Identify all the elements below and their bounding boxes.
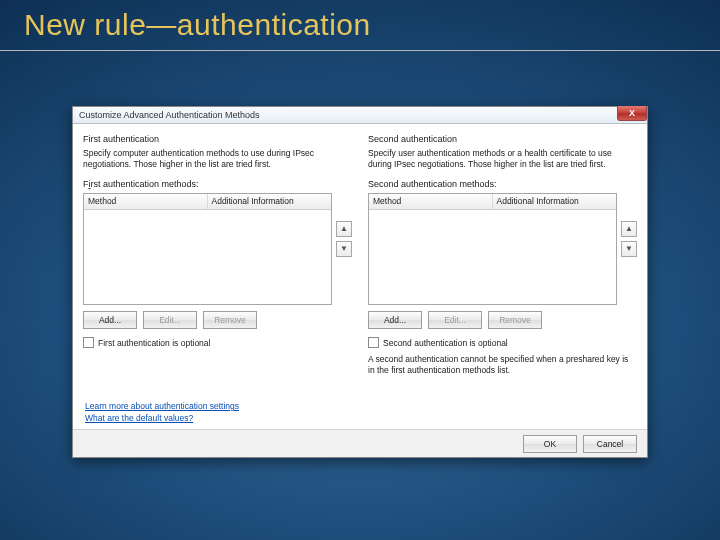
first-auth-list-label: First authentication methods: xyxy=(83,179,352,189)
move-up-button-2[interactable]: ▲ xyxy=(621,221,637,237)
dialog-footer: OK Cancel xyxy=(73,429,647,457)
up-arrow-icon: ▲ xyxy=(340,224,348,233)
move-down-button[interactable]: ▼ xyxy=(336,241,352,257)
first-auth-col-method[interactable]: Method xyxy=(84,194,208,209)
dialog-body: First authentication Specify computer au… xyxy=(73,124,647,424)
second-edit-button[interactable]: Edit... xyxy=(428,311,482,329)
move-up-button[interactable]: ▲ xyxy=(336,221,352,237)
slide-title: New rule—authentication xyxy=(24,8,371,42)
first-auth-reorder: ▲ ▼ xyxy=(336,193,352,305)
second-auth-note: A second authentication cannot be specif… xyxy=(368,354,637,375)
second-auth-col-method[interactable]: Method xyxy=(369,194,493,209)
second-remove-button[interactable]: Remove xyxy=(488,311,542,329)
first-auth-buttons: Add... Edit... Remove xyxy=(83,311,352,329)
first-auth-col-addl[interactable]: Additional Information xyxy=(208,194,332,209)
second-auth-list-label: Second authentication methods: xyxy=(368,179,637,189)
learn-more-link[interactable]: Learn more about authentication settings xyxy=(85,401,239,411)
second-auth-buttons: Add... Edit... Remove xyxy=(368,311,637,329)
ok-button[interactable]: OK xyxy=(523,435,577,453)
first-auth-heading: First authentication xyxy=(83,134,352,144)
second-auth-optional-checkbox[interactable] xyxy=(368,337,379,348)
second-auth-heading: Second authentication xyxy=(368,134,637,144)
move-down-button-2[interactable]: ▼ xyxy=(621,241,637,257)
first-auth-listbox[interactable]: Method Additional Information xyxy=(83,193,332,305)
first-auth-optional-checkbox[interactable] xyxy=(83,337,94,348)
cancel-button[interactable]: Cancel xyxy=(583,435,637,453)
first-remove-button[interactable]: Remove xyxy=(203,311,257,329)
down-arrow-icon: ▼ xyxy=(340,244,348,253)
first-auth-optional-label: First authentication is optional xyxy=(98,338,210,348)
second-add-button[interactable]: Add... xyxy=(368,311,422,329)
down-arrow-icon: ▼ xyxy=(625,244,633,253)
second-auth-desc: Specify user authentication methods or a… xyxy=(368,148,637,169)
second-auth-list-header: Method Additional Information xyxy=(369,194,616,210)
second-auth-optional-label: Second authentication is optional xyxy=(383,338,508,348)
second-auth-listbox[interactable]: Method Additional Information xyxy=(368,193,617,305)
up-arrow-icon: ▲ xyxy=(625,224,633,233)
second-auth-col-addl[interactable]: Additional Information xyxy=(493,194,617,209)
first-auth-column: First authentication Specify computer au… xyxy=(83,134,352,424)
second-auth-reorder: ▲ ▼ xyxy=(621,193,637,305)
first-auth-optional-row: First authentication is optional xyxy=(83,337,352,348)
first-auth-list-wrap: Method Additional Information ▲ ▼ xyxy=(83,193,352,305)
auth-dialog: Customize Advanced Authentication Method… xyxy=(72,106,648,458)
first-add-button[interactable]: Add... xyxy=(83,311,137,329)
first-edit-button[interactable]: Edit... xyxy=(143,311,197,329)
second-auth-list-wrap: Method Additional Information ▲ ▼ xyxy=(368,193,637,305)
second-auth-column: Second authentication Specify user authe… xyxy=(368,134,637,424)
second-auth-optional-row: Second authentication is optional xyxy=(368,337,637,348)
titlebar: Customize Advanced Authentication Method… xyxy=(73,107,647,124)
close-button[interactable]: X xyxy=(617,106,647,121)
dialog-title: Customize Advanced Authentication Method… xyxy=(79,110,260,120)
first-auth-desc: Specify computer authentication methods … xyxy=(83,148,352,169)
default-values-link[interactable]: What are the default values? xyxy=(85,413,239,423)
title-underline xyxy=(0,50,720,51)
close-icon: X xyxy=(629,108,635,118)
help-links: Learn more about authentication settings… xyxy=(85,401,239,423)
first-auth-list-header: Method Additional Information xyxy=(84,194,331,210)
